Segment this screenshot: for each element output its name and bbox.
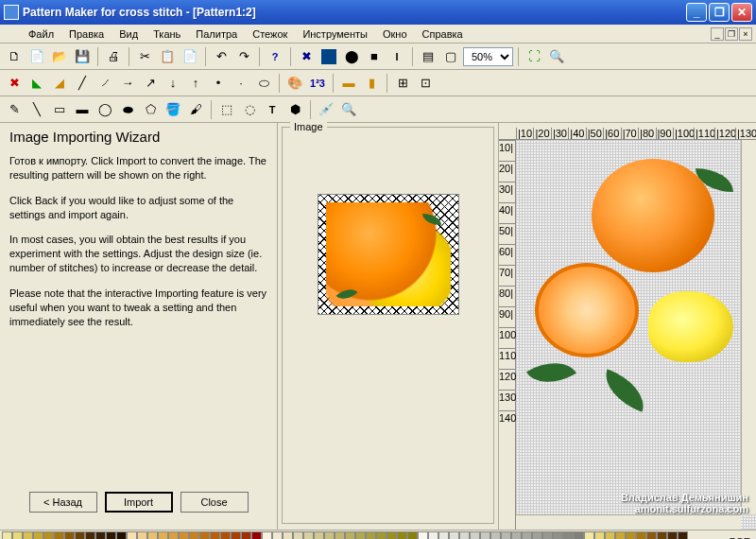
menu-palette[interactable]: Палитра [188,26,245,42]
palette-swatch[interactable] [345,531,355,540]
color-blue-icon[interactable] [321,49,336,64]
menu-tools[interactable]: Инструменты [295,26,375,42]
flip-v-icon[interactable]: ▮ [361,73,382,94]
palette-swatch[interactable] [2,531,12,540]
palette-swatch[interactable] [480,531,490,540]
palette-swatch[interactable] [127,531,137,540]
palette-swatch[interactable] [54,531,64,540]
palette-swatch[interactable] [449,531,459,540]
bead-icon[interactable]: ⬭ [253,73,274,94]
palette-swatch[interactable] [418,531,428,540]
menu-file[interactable]: Файл [21,26,61,42]
line-icon[interactable]: ╲ [26,99,47,120]
new-page-button[interactable]: 📄 [26,46,47,67]
symbol-square-icon[interactable]: ■ [364,46,385,67]
zoom-combo[interactable]: 50% [463,47,513,66]
maximize-button[interactable]: ❐ [709,3,730,22]
palette-swatch[interactable] [137,531,147,540]
flip-h-icon[interactable]: ▬ [338,73,359,94]
cut-button[interactable]: ✂ [134,46,155,67]
ellipse-icon[interactable]: ◯ [94,99,115,120]
palette-swatch[interactable] [324,531,335,540]
arrow-right-icon[interactable]: → [117,73,138,94]
palette-swatch[interactable] [23,531,33,540]
new-button[interactable]: 🗋 [4,46,25,67]
palette-swatch[interactable] [615,531,626,540]
palette-swatch[interactable] [33,531,43,540]
arrow-up-icon[interactable]: ↑ [185,73,206,94]
rect-icon[interactable]: ▭ [49,99,70,120]
palette-swatch[interactable] [428,531,438,540]
menu-fabric[interactable]: Ткань [146,26,188,42]
palette-swatch[interactable] [459,531,470,540]
palette-swatch[interactable] [678,531,688,540]
palette-swatch[interactable] [106,531,116,540]
palette-swatch[interactable] [407,531,418,540]
palette-swatch[interactable] [272,531,283,540]
redo-button[interactable]: ↷ [233,46,254,67]
zoom-region-icon[interactable]: 🔍 [546,46,567,67]
palette-swatch[interactable] [511,531,522,540]
scrollbar-vertical[interactable] [741,140,756,514]
print-button[interactable]: 🖨 [103,46,124,67]
copy-button[interactable]: 📋 [157,46,178,67]
palette-swatch[interactable] [293,531,303,540]
menu-stitch[interactable]: Стежок [245,26,295,42]
brush-icon[interactable]: 🖌 [185,99,206,120]
palette-swatch[interactable] [179,531,189,540]
zoom-tool-icon[interactable]: 🔍 [338,99,359,120]
palette-swatch[interactable] [657,531,667,540]
select-icon[interactable]: ⬚ [216,99,237,120]
lasso-icon[interactable]: ◌ [239,99,260,120]
mdi-minimize[interactable]: _ [711,27,724,41]
eyedropper-icon[interactable]: 💉 [316,99,336,120]
palette-swatch[interactable] [355,531,366,540]
fill-icon[interactable]: 🪣 [163,99,183,120]
palette-swatch[interactable] [636,531,646,540]
info-icon[interactable]: I [387,46,407,67]
palette-swatch[interactable] [43,531,54,540]
undo-button[interactable]: ↶ [211,46,232,67]
mdi-close[interactable]: × [739,27,752,41]
palette-swatch[interactable] [210,531,220,540]
pattern-canvas[interactable] [516,140,756,530]
menu-view[interactable]: Вид [112,26,146,42]
palette-scroll-left[interactable]: ◄ [701,536,712,540]
center-icon[interactable]: ⊡ [415,73,436,94]
palette-swatch[interactable] [251,531,262,540]
menu-edit[interactable]: Правка [61,26,112,42]
polygon-icon[interactable]: ⬠ [140,99,161,120]
stamp-icon[interactable]: ⬢ [284,99,305,120]
palette-swatch[interactable] [574,531,584,540]
palette-swatch[interactable] [314,531,324,540]
palette-swatch[interactable] [168,531,179,540]
palette-swatch[interactable] [241,531,251,540]
menu-window[interactable]: Окно [375,26,415,42]
grid-icon[interactable]: ⊞ [392,73,413,94]
open-button[interactable]: 📂 [49,46,70,67]
dot-stitch-icon[interactable]: • [208,73,229,94]
palette-swatch[interactable] [376,531,387,540]
palette-swatch[interactable] [626,531,636,540]
palette-swatch[interactable] [85,531,95,540]
import-button[interactable]: Import [105,492,173,513]
palette-swatch[interactable] [64,531,75,540]
half-stitch-icon[interactable]: ◣ [26,73,47,94]
arrow-diag-icon[interactable]: ↗ [140,73,161,94]
palette-swatch[interactable] [438,531,449,540]
palette-swatch[interactable] [147,531,158,540]
back-button[interactable]: < Назад [29,492,97,513]
back-stitch-icon[interactable]: ╱ [72,73,93,94]
palette-swatch[interactable] [75,531,85,540]
count-icon[interactable]: 1²3 [307,73,328,94]
page-icon[interactable]: ▢ [440,46,461,67]
palette-swatch[interactable] [231,531,241,540]
fit-icon[interactable]: ⛶ [524,46,544,67]
palette-swatch[interactable] [12,531,23,540]
palette-swatch[interactable] [522,531,532,540]
palette-swatch[interactable] [95,531,106,540]
colors-icon[interactable]: 🎨 [284,73,305,94]
scrollbar-horizontal[interactable] [516,514,741,530]
palette-all-label[interactable]: ВСЕ [730,536,750,540]
palette-swatch[interactable] [584,531,594,540]
